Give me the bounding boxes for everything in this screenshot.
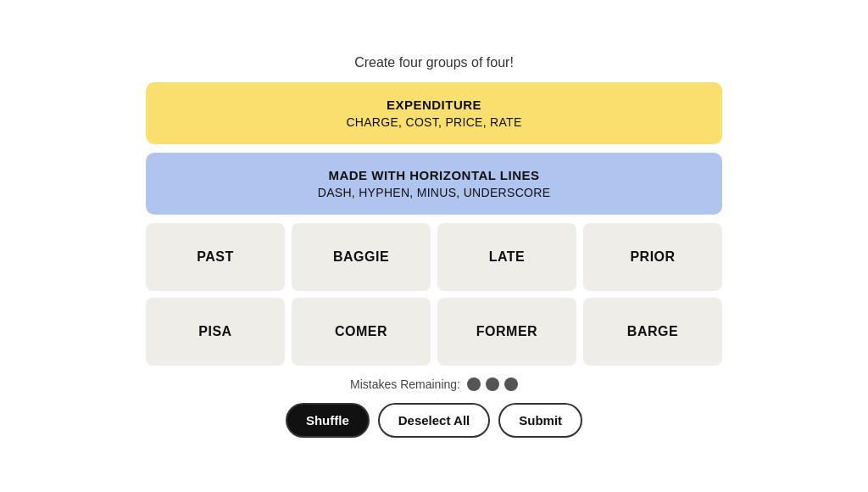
- deselect-all-button[interactable]: Deselect All: [378, 403, 491, 438]
- grid-cell-prior[interactable]: PRIOR: [583, 223, 722, 291]
- mistakes-row: Mistakes Remaining:: [350, 377, 518, 391]
- solved-group-blue: MADE WITH HORIZONTAL LINES DASH, HYPHEN,…: [146, 153, 722, 215]
- mistake-dot-3: [504, 377, 518, 391]
- submit-button[interactable]: Submit: [498, 403, 582, 438]
- grid-cell-pisa[interactable]: PISA: [146, 298, 285, 366]
- buttons-row: Shuffle Deselect All Submit: [286, 403, 582, 438]
- grid-cell-late[interactable]: LATE: [437, 223, 576, 291]
- grid-cell-comer[interactable]: COMER: [292, 298, 431, 366]
- grid-cell-former[interactable]: FORMER: [437, 298, 576, 366]
- game-container: Create four groups of four! EXPENDITURE …: [146, 55, 722, 438]
- grid-cell-barge[interactable]: BARGE: [583, 298, 722, 366]
- solved-group-yellow: EXPENDITURE CHARGE, COST, PRICE, RATE: [146, 82, 722, 144]
- solved-group-yellow-words: CHARGE, COST, PRICE, RATE: [163, 115, 705, 129]
- subtitle: Create four groups of four!: [354, 55, 514, 70]
- mistake-dot-1: [467, 377, 481, 391]
- mistakes-label: Mistakes Remaining:: [350, 377, 460, 391]
- shuffle-button[interactable]: Shuffle: [286, 403, 370, 438]
- grid-cell-baggie[interactable]: BAGGIE: [292, 223, 431, 291]
- mistakes-dots: [467, 377, 518, 391]
- grid-cell-past[interactable]: PAST: [146, 223, 285, 291]
- word-grid: PAST BAGGIE LATE PRIOR PISA COMER FORMER…: [146, 223, 722, 366]
- solved-group-blue-words: DASH, HYPHEN, MINUS, UNDERSCORE: [163, 186, 705, 199]
- mistake-dot-2: [486, 377, 499, 391]
- solved-group-yellow-title: EXPENDITURE: [163, 98, 705, 112]
- solved-group-blue-title: MADE WITH HORIZONTAL LINES: [163, 168, 705, 182]
